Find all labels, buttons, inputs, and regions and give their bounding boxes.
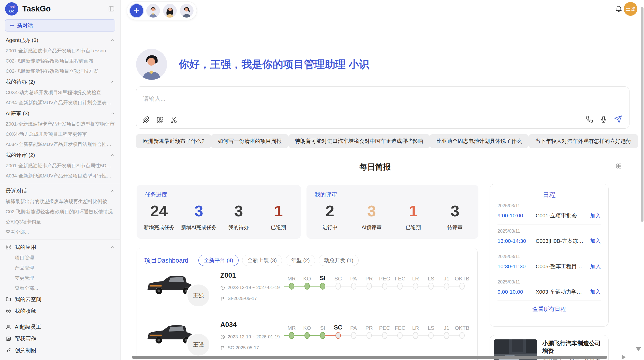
horizontal-scrollbar[interactable] (132, 356, 607, 359)
recent-chat-item[interactable]: 解释最新出台的欧盟报废车法规再生塑料比例被调至15%... (6, 197, 115, 207)
schedule-time: 9:00-10:00 (497, 213, 536, 219)
section-my-review[interactable]: 我的评审 (2) (6, 149, 115, 161)
stat-review-overdue: 1 已逾期 (392, 202, 434, 231)
schedule-time: 9:00-10:00 (497, 289, 536, 295)
add-agent-button[interactable] (130, 4, 143, 17)
apps-view-all[interactable]: 查看全部... (6, 283, 115, 293)
milestone-dot (320, 332, 325, 339)
section-ai-review[interactable]: AI评审 (3) (6, 108, 115, 119)
project-row-a034[interactable]: 王强 A034 2023-12-19 ~ 2026-01-19 SC-2025-… (137, 318, 477, 360)
milestone-dot (335, 283, 341, 290)
new-chat-button[interactable]: 新对话 (5, 19, 115, 32)
join-link[interactable]: 加入 (590, 288, 601, 295)
filter-model-year[interactable]: 年型 (2) (286, 255, 315, 266)
agent-avatar-1[interactable] (146, 4, 160, 18)
vertical-scrollbar[interactable] (641, 7, 643, 222)
sidebar-task-item[interactable]: Z001-全新燃油轻卡产品开发项目SI造型提交物评审 (6, 119, 115, 129)
briefing-layout-icon[interactable] (616, 163, 622, 169)
milestone-mr: MR (284, 273, 299, 290)
suggestion-chip[interactable]: 欧洲新规最近颁布了什么? (136, 134, 211, 148)
project-dashboard-card: 项目Dashboard 全新平台 (4) 全新上装 (3) 年型 (2) 动总开… (137, 248, 478, 360)
sidebar-task-item[interactable]: Z001-全新燃油皮卡产品开发项目SI节点Lesson Learn报告 (6, 46, 115, 56)
milestone-ls: LS (423, 273, 439, 290)
cloud-space-label: 我的云空间 (15, 296, 41, 303)
scroll-down-arrow[interactable] (636, 347, 641, 351)
section-my-todo[interactable]: 我的待办 (2) (6, 76, 115, 87)
milestone-fec: FEC (392, 322, 408, 340)
join-link[interactable]: 加入 (590, 237, 601, 245)
schedule-time: 10:30-11:30 (497, 263, 536, 269)
sidebar-item-help-write[interactable]: 帮我写作 (6, 333, 115, 344)
schedule-item[interactable]: 2025/03/11 9:00-10:00 C001-立项审批会 加入 (497, 199, 601, 224)
project-row-z001[interactable]: 王强 Z001 2023-12-19 ~ 2027-01-19 SI-2025-… (137, 268, 477, 314)
app-item-project-mgmt[interactable]: 项目管理 (6, 253, 115, 263)
sidebar-task-item[interactable]: C0X4-动力总成开发项目工程变更评审 (6, 129, 115, 139)
plus-icon (133, 7, 140, 14)
folder-icon (6, 296, 11, 302)
notification-bell-icon[interactable] (615, 5, 623, 13)
composer-actions (586, 115, 622, 123)
schedule-date: 2025/03/11 (497, 279, 601, 285)
sidebar-task-item[interactable]: C0X4-动力总成开发项目SI里程碑提交物检查 (6, 87, 115, 98)
suggestion-chip[interactable]: 如何写一份清晰的项目周报 (211, 134, 288, 148)
creative-draw-label: 创意制图 (15, 347, 36, 354)
chevron-up-icon (111, 80, 115, 84)
phone-call-icon[interactable] (586, 115, 593, 123)
suggestion-chip[interactable]: 比亚迪全固态电池计划具体说了什么 (430, 134, 529, 148)
chevron-up-icon (111, 153, 115, 157)
sidebar-task-item[interactable]: A034-全新新能源MUV产品开发项目法规符合性评审 (6, 139, 115, 149)
milestone-lr: LR (408, 322, 423, 340)
app-item-product-mgmt[interactable]: 产品管理 (6, 263, 115, 273)
scroll-right-arrow[interactable] (622, 355, 626, 360)
filter-powertrain[interactable]: 动总开发 (1) (319, 255, 359, 266)
sidebar-task-item[interactable]: C02-飞腾新能源轻客改款项目立项汇报方案 (6, 66, 115, 76)
people-icon (6, 324, 11, 330)
suggestion-chip[interactable]: 当下年轻人对汽车外观有怎样的喜好趋势 (529, 134, 638, 148)
milestone-pr: PR (361, 322, 377, 340)
view-all-schedule-link[interactable]: 查看所有日程 (497, 301, 601, 318)
schedule-name: C005-整车工程目标评审 (536, 263, 587, 270)
section-my-apps[interactable]: 我的应用 (6, 242, 115, 253)
recent-chat-item[interactable]: C02-飞腾新能源轻客改款项目的闭环通告反馈情况 (6, 207, 115, 217)
schedule-item[interactable]: 2025/03/11 10:30-11:30 C005-整车工程目标评审 加入 (497, 250, 601, 275)
sidebar-item-cloud-space[interactable]: 我的云空间 (6, 293, 115, 305)
sidebar-item-creative-draw[interactable]: 创意制图 (6, 344, 115, 356)
filter-new-body[interactable]: 全新上装 (3) (242, 255, 282, 266)
app-item-change-mgmt[interactable]: 变更管理 (6, 273, 115, 283)
sidebar-task-item[interactable]: C02-飞腾新能源轻客改款项目里程碑画布 (6, 56, 115, 66)
milestone-pa: PA (346, 273, 361, 290)
sidebar-task-item[interactable]: A034-全新新能源MUV产品开发项目造型可行性评审 (6, 171, 115, 181)
attach-file-icon[interactable] (142, 116, 150, 124)
filter-new-platform[interactable]: 全新平台 (4) (198, 255, 239, 266)
sidebar-task-item[interactable]: A034-全新新能源MUV产品开发项目计划变更表编写 (6, 98, 115, 108)
agent-avatar-3[interactable] (180, 4, 194, 18)
section-recent-chats[interactable]: 最近对话 (6, 185, 115, 197)
user-avatar[interactable]: 王强 (624, 2, 637, 16)
milestone-dot (459, 283, 465, 290)
recent-chats-view-all[interactable]: 查看全部... (6, 227, 115, 237)
join-link[interactable]: 加入 (590, 263, 601, 270)
suggestion-chip[interactable]: 特朗普可能对进口汽车增税会对中国车企造成哪些影响 (288, 134, 430, 148)
schedule-item[interactable]: 2025/03/11 13:00-14:30 C003|H0B-方案冻结评审 加… (497, 224, 601, 250)
chat-input[interactable] (142, 93, 550, 104)
attach-image-icon[interactable] (156, 116, 164, 124)
sidebar-task-item[interactable]: Z001-全新燃油轻卡产品开发项目SI节点属性5D文件评审 (6, 161, 115, 171)
agent-avatar-2[interactable] (163, 4, 177, 18)
stat-overdue: 1 已逾期 (259, 202, 299, 231)
stat-new-completed: 24 新增完成任务 (139, 202, 179, 231)
sidebar-collapse-icon[interactable] (108, 5, 115, 13)
join-link[interactable]: 加入 (590, 212, 601, 219)
milestone-lr: LR (408, 273, 423, 290)
screenshot-scissors-icon[interactable] (170, 116, 178, 124)
sidebar-item-favorites[interactable]: 我的收藏 (6, 305, 115, 317)
section-agent-done[interactable]: Agent已办 (3) (6, 35, 115, 46)
project-date-range: 2023-12-19 ~ 2026-01-19 (228, 334, 280, 340)
sidebar-item-ai-staff[interactable]: AI超级员工 (6, 321, 115, 333)
microphone-icon[interactable] (600, 115, 607, 123)
writing-icon (6, 336, 11, 341)
send-icon[interactable] (614, 115, 622, 123)
schedule-date: 2025/03/11 (497, 254, 601, 259)
schedule-item[interactable]: 2025/03/11 9:00-10:00 X003-车辆动力学性能验... 加… (497, 275, 601, 301)
recent-chat-item[interactable]: 公司Q3轻卡销量 (6, 217, 115, 227)
project-code: Z001 (220, 272, 284, 279)
